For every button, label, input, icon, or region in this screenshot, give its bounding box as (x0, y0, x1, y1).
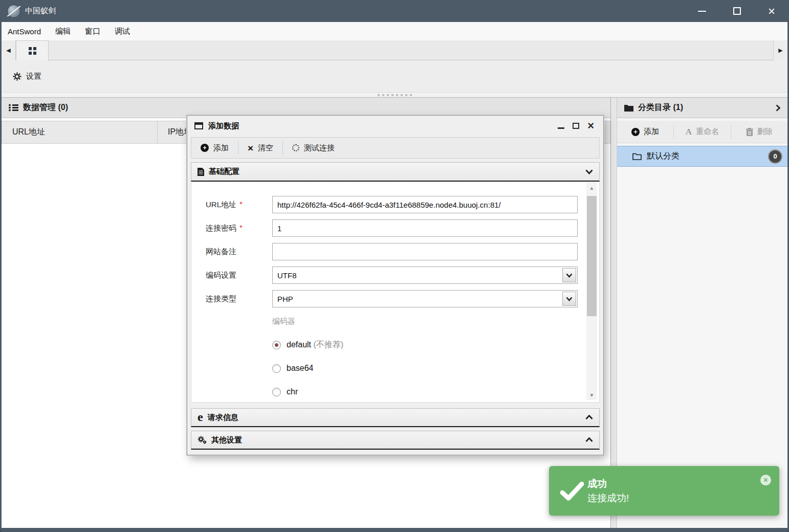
select-dropdown-button[interactable] (562, 292, 576, 306)
chevron-up-icon (585, 437, 593, 442)
select-dropdown-button[interactable] (562, 268, 576, 282)
url-input[interactable] (272, 196, 578, 213)
horizontal-splitter[interactable] (2, 92, 787, 98)
password-label: 连接密码 (206, 224, 236, 233)
main-toolbar: 设置 (2, 60, 787, 92)
success-toast: 成功 连接成功! ✕ (549, 466, 779, 516)
grid-icon (29, 47, 32, 50)
category-title: 分类目录 (1) (638, 102, 771, 113)
password-input[interactable] (272, 219, 578, 237)
plus-circle-icon: + (631, 128, 640, 136)
basic-config-form: URL地址* 连接密码* 网站备注 编码设置 UTF8 连接类型 (191, 182, 600, 403)
dialog-test-connection-button[interactable]: 测试连接 (283, 138, 344, 158)
folder-icon (624, 104, 633, 112)
tabbar: ◀ ▶ (2, 40, 787, 60)
required-asterisk: * (239, 223, 243, 232)
toast-message: 连接成功! (587, 492, 629, 505)
scroll-up-icon[interactable]: ▲ (586, 184, 597, 192)
toast-close-button[interactable]: ✕ (760, 475, 771, 485)
scrollbar-thumb[interactable] (587, 196, 597, 316)
titlebar: 中国蚁剑 × (0, 0, 789, 22)
category-rename-button[interactable]: A 重命名 (674, 121, 730, 143)
dialog-clear-button[interactable]: × 清空 (238, 138, 282, 158)
conn-type-label: 连接类型 (206, 294, 236, 304)
encoding-label: 编码设置 (206, 271, 236, 280)
encoder-option-default[interactable]: default (不推荐) (272, 339, 343, 350)
list-icon (9, 104, 18, 112)
dialog-title: 添加数据 (208, 121, 553, 131)
check-icon (560, 481, 584, 501)
minimize-button[interactable] (685, 0, 719, 22)
clear-x-icon: × (248, 143, 253, 153)
data-management-title: 数据管理 (0) (23, 102, 68, 113)
toast-title: 成功 (587, 477, 607, 491)
dialog-minimize-icon[interactable] (558, 127, 564, 129)
chevron-down-icon (566, 273, 573, 278)
settings-label: 设置 (26, 72, 41, 81)
folder-outline-icon (632, 152, 642, 160)
menu-edit[interactable]: 编辑 (55, 27, 71, 36)
radio-icon[interactable] (272, 364, 281, 373)
chevron-down-icon (566, 297, 573, 301)
category-item-label: 默认分类 (647, 151, 764, 162)
category-delete-button[interactable]: 删除 (731, 121, 787, 143)
encoder-option-chr[interactable]: chr (272, 386, 298, 397)
dialog-toolbar: + 添加 × 清空 测试连接 (191, 137, 600, 159)
menu-antsword[interactable]: AntSword (8, 27, 41, 36)
section-other-settings[interactable]: 其他设置 (191, 431, 600, 450)
dialog-maximize-icon[interactable] (573, 123, 579, 129)
category-pane: 分类目录 (1) + 添加 A 重命名 删 (617, 98, 787, 528)
form-scrollbar[interactable]: ▲ ▼ (586, 183, 597, 400)
scroll-down-icon[interactable]: ▼ (586, 391, 597, 399)
section-basic-config[interactable]: 基础配置 (191, 162, 600, 182)
close-icon: × (768, 5, 775, 17)
plus-circle-icon: + (201, 144, 209, 152)
minimize-icon (698, 11, 706, 12)
app-window: 中国蚁剑 × AntSword 编辑 窗口 调试 ◀ ▶ 设 (0, 0, 789, 532)
gears-icon (198, 436, 207, 444)
trash-icon (746, 128, 753, 136)
browser-e-icon: e (198, 412, 203, 422)
tab-scroll-left-button[interactable]: ◀ (2, 40, 16, 60)
maximize-button[interactable] (719, 0, 754, 22)
antsword-logo-icon (7, 5, 20, 18)
column-url[interactable]: URL地址 (2, 121, 158, 144)
dialog-titlebar[interactable]: 添加数据 × (187, 116, 603, 136)
conn-type-select[interactable]: PHP (272, 290, 578, 307)
maximize-icon (733, 7, 741, 15)
url-label: URL地址 (206, 200, 236, 210)
close-button[interactable]: × (754, 0, 789, 22)
rename-icon: A (686, 127, 692, 137)
tab-data-manager[interactable] (16, 40, 49, 60)
dialog-add-button[interactable]: + 添加 (191, 138, 238, 158)
add-data-dialog: 添加数据 × + 添加 × 清空 测试连接 (187, 115, 604, 455)
chevron-down-icon (585, 169, 593, 174)
chevron-right-icon[interactable] (776, 104, 780, 112)
category-add-button[interactable]: + 添加 (617, 121, 673, 143)
window-title: 中国蚁剑 (25, 6, 56, 16)
note-label: 网站备注 (206, 247, 236, 257)
dialog-window-icon (194, 122, 203, 129)
tab-scroll-right-button[interactable]: ▶ (773, 40, 787, 60)
spinner-icon (292, 144, 299, 151)
radio-checked-icon[interactable] (272, 341, 281, 349)
settings-button[interactable]: 设置 (13, 72, 41, 81)
required-asterisk: * (239, 199, 243, 208)
note-input[interactable] (272, 243, 578, 260)
document-icon (198, 168, 204, 176)
vertical-splitter[interactable] (610, 98, 617, 528)
category-header: 分类目录 (1) (617, 98, 787, 118)
menu-window[interactable]: 窗口 (85, 27, 100, 36)
encoder-label: 编码器 (272, 317, 295, 326)
dialog-close-icon[interactable]: × (587, 120, 594, 131)
radio-icon[interactable] (272, 388, 281, 396)
category-toolbar: + 添加 A 重命名 删除 (617, 121, 787, 143)
chevron-up-icon (585, 415, 593, 420)
category-count-badge: 0 (769, 150, 781, 163)
menu-debug[interactable]: 调试 (115, 27, 130, 36)
menubar: AntSword 编辑 窗口 调试 (2, 22, 787, 40)
section-request-info[interactable]: e 请求信息 (191, 408, 600, 427)
category-item-default[interactable]: 默认分类 0 (617, 146, 787, 167)
encoder-option-base64[interactable]: base64 (272, 363, 314, 374)
encoding-select[interactable]: UTF8 (272, 267, 578, 284)
